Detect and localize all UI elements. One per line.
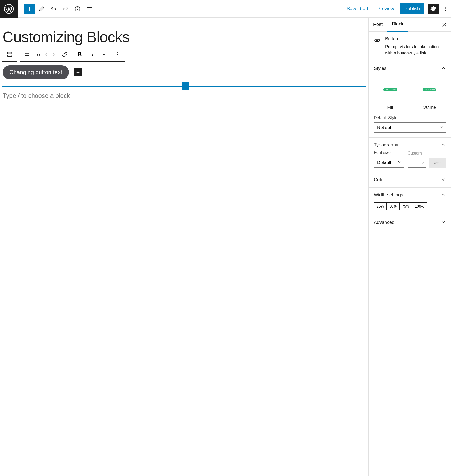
block-inserter-button[interactable] — [182, 82, 189, 90]
svg-point-23 — [117, 56, 118, 56]
chevron-up-icon — [441, 66, 446, 71]
block-description: Prompt visitors to take action with a bu… — [385, 44, 446, 56]
tab-post[interactable]: Post — [369, 18, 387, 32]
width-25-button[interactable]: 25% — [374, 202, 387, 210]
px-unit-label: PX — [421, 161, 424, 164]
settings-sidebar: Post Block Button Prompt visitors to tak… — [368, 18, 451, 476]
width-100-button[interactable]: 100% — [412, 202, 427, 210]
add-block-button[interactable] — [24, 4, 35, 14]
block-info-panel: Button Prompt visitors to take action wi… — [369, 32, 451, 61]
publish-button[interactable]: Publish — [400, 3, 424, 14]
close-sidebar-button[interactable] — [439, 20, 449, 30]
svg-rect-14 — [25, 53, 29, 56]
svg-point-10 — [445, 8, 446, 9]
page-title[interactable]: Customizing Blocks — [3, 28, 368, 46]
sidebar-tabs: Post Block — [369, 18, 451, 32]
svg-point-18 — [39, 54, 40, 55]
svg-point-21 — [117, 52, 118, 53]
more-formatting-button[interactable] — [98, 47, 110, 61]
svg-rect-13 — [7, 55, 12, 57]
color-panel: Color — [369, 172, 451, 188]
svg-point-16 — [39, 53, 40, 53]
block-more-options-button[interactable] — [110, 47, 125, 61]
tab-block[interactable]: Block — [387, 18, 408, 32]
svg-rect-12 — [7, 52, 12, 54]
block-inserter-line — [2, 86, 368, 87]
styles-panel: Styles Call to Action Fill Call to Actio… — [369, 61, 451, 138]
block-placeholder[interactable]: Type / to choose a block — [3, 92, 368, 99]
move-down-button — [50, 47, 57, 61]
chevron-up-icon — [441, 192, 446, 198]
styles-panel-toggle[interactable]: Styles — [374, 66, 446, 71]
wordpress-logo[interactable] — [0, 0, 18, 18]
svg-point-15 — [37, 53, 38, 53]
advanced-panel-toggle[interactable]: Advanced — [374, 220, 446, 225]
font-size-label: Font size — [374, 150, 404, 155]
font-size-select[interactable]: Default — [374, 157, 404, 168]
align-button[interactable] — [20, 47, 34, 61]
svg-point-19 — [37, 55, 38, 56]
save-draft-button[interactable]: Save draft — [343, 4, 372, 14]
svg-point-11 — [445, 10, 446, 11]
svg-point-9 — [445, 7, 446, 8]
link-button[interactable] — [57, 47, 72, 61]
svg-point-22 — [117, 54, 118, 55]
default-style-label: Default Style — [374, 115, 446, 120]
edit-mode-button[interactable] — [36, 4, 47, 14]
width-75-button[interactable]: 75% — [400, 202, 412, 210]
add-block-inline-button[interactable] — [74, 68, 82, 76]
typography-panel-toggle[interactable]: Typography — [374, 142, 446, 148]
info-button[interactable] — [72, 4, 83, 14]
chevron-up-icon — [441, 142, 446, 148]
style-outline[interactable]: Call to Action Outline — [413, 77, 446, 110]
redo-button — [60, 4, 71, 14]
more-options-button[interactable] — [442, 4, 448, 14]
custom-size-label: Custom — [408, 151, 426, 156]
editor-canvas[interactable]: Customizing Blocks — [0, 18, 368, 476]
reset-font-size-button[interactable]: Reset — [429, 158, 446, 168]
default-style-select[interactable]: Not set — [374, 122, 446, 133]
preview-button[interactable]: Preview — [374, 4, 398, 14]
block-toolbar: B I — [2, 47, 368, 62]
undo-button[interactable] — [48, 4, 59, 14]
width-panel: Width settings 25% 50% 75% 100% — [369, 188, 451, 215]
outline-button[interactable] — [84, 4, 95, 14]
style-fill[interactable]: Call to Action Fill — [374, 77, 407, 110]
color-panel-toggle[interactable]: Color — [374, 177, 446, 183]
block-type-button[interactable] — [2, 47, 17, 61]
drag-handle[interactable] — [34, 47, 43, 61]
button-block[interactable]: Changing button text — [3, 65, 69, 79]
settings-button[interactable] — [428, 4, 439, 14]
move-up-button — [43, 47, 50, 61]
svg-point-20 — [39, 55, 40, 56]
chevron-down-icon — [441, 177, 446, 183]
top-toolbar: Save draft Preview Publish — [0, 0, 451, 18]
block-name: Button — [385, 36, 446, 42]
svg-point-17 — [37, 54, 38, 55]
width-panel-toggle[interactable]: Width settings — [374, 192, 446, 198]
bold-button[interactable]: B — [72, 47, 87, 61]
button-block-icon — [374, 37, 381, 44]
italic-button[interactable]: I — [87, 47, 98, 61]
width-50-button[interactable]: 50% — [387, 202, 400, 210]
svg-point-5 — [78, 8, 78, 8]
chevron-down-icon — [441, 220, 446, 225]
advanced-panel: Advanced — [369, 215, 451, 230]
typography-panel: Typography Font size Default — [369, 138, 451, 172]
